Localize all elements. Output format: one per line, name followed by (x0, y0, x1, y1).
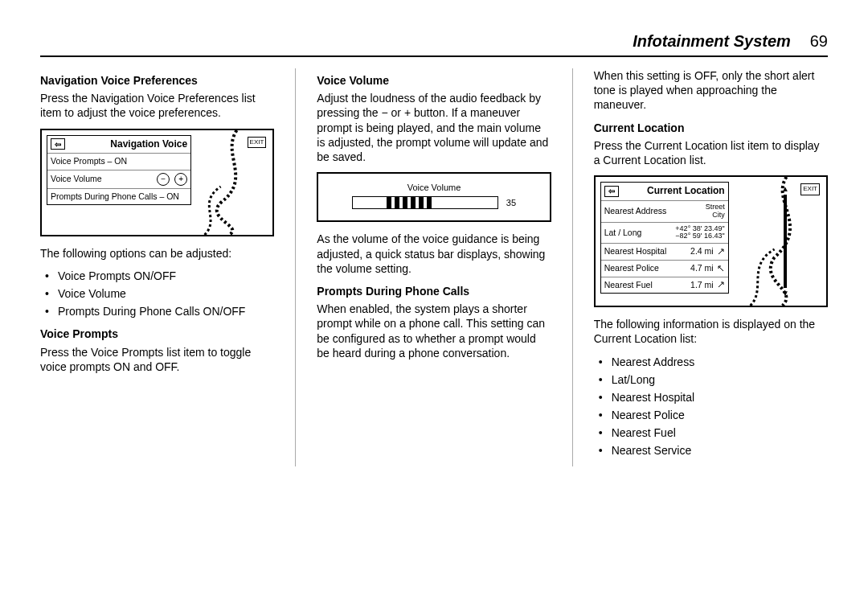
lat-long-row[interactable]: Lat / Long +42° 38' 23.49" −82° 59' 16.4… (601, 223, 728, 244)
body-text: The following options can be adjusted: (40, 246, 274, 261)
arrow-icon (717, 248, 725, 256)
scroll-slider[interactable]: ▲ ▼ (780, 185, 790, 298)
minus-button[interactable]: − (157, 173, 170, 186)
exit-button[interactable]: EXIT (248, 137, 267, 148)
nearest-hospital-row[interactable]: Nearest Hospital 2.4 mi (601, 244, 728, 261)
list-item: Nearest Hospital (594, 390, 828, 405)
body-text: The following information is displayed o… (594, 317, 828, 346)
column-divider (572, 68, 573, 466)
voice-volume-label: Voice Volume (51, 174, 102, 185)
body-text: Press the Current Location list item to … (594, 138, 828, 167)
row-value: +42° 38' 23.49" −82° 59' 16.43" (675, 225, 724, 241)
row-value: 2.4 mi (690, 246, 714, 257)
chevron-up-icon[interactable]: ▲ (781, 185, 789, 193)
divider (40, 55, 828, 57)
body-text: As the volume of the voice guidance is b… (317, 232, 551, 276)
body-text: Press the Navigation Voice Preferences l… (40, 91, 274, 120)
list-item: Prompts During Phone Calls ON/OFF (40, 304, 274, 318)
list-item: Voice Volume (40, 286, 274, 301)
content-columns: Navigation Voice Preferences Press the N… (40, 68, 828, 466)
volume-title: Voice Volume (330, 182, 538, 193)
column-divider (295, 68, 296, 466)
body-text: Press the Voice Prompts list item to tog… (40, 345, 274, 374)
options-list: Voice Prompts ON/OFF Voice Volume Prompt… (40, 269, 274, 319)
arrow-icon (717, 281, 725, 289)
panel-title-row: ⇦ Navigation Voice (47, 136, 190, 154)
plus-button[interactable]: + (174, 173, 187, 186)
list-item: Nearest Address (594, 355, 828, 369)
column-1: Navigation Voice Preferences Press the N… (40, 68, 274, 466)
body-text: Adjust the loudness of the audio feedbac… (317, 91, 551, 164)
row-value: Street City (706, 203, 725, 220)
heading-navigation-voice-preferences: Navigation Voice Preferences (40, 73, 274, 88)
volume-bar (352, 196, 498, 209)
figure-current-location: EXIT ▲ ▼ ⇦ Current Location Nearest Addr… (594, 175, 828, 307)
panel-current-location: ⇦ Current Location Nearest Address Stree… (600, 182, 729, 294)
panel-navigation-voice: ⇦ Navigation Voice Voice Prompts – ON Vo… (47, 135, 191, 206)
panel-title: Current Location (647, 185, 725, 198)
page-number: 69 (810, 32, 828, 50)
row-value: 1.7 mi (690, 280, 714, 291)
back-icon[interactable]: ⇦ (604, 186, 619, 197)
heading-voice-volume: Voice Volume (317, 73, 551, 88)
panel-title: Navigation Voice (110, 138, 187, 151)
list-item: Voice Prompts ON/OFF (40, 269, 274, 283)
row-label: Nearest Address (604, 206, 667, 217)
scroll-track (784, 195, 787, 288)
heading-current-location: Current Location (594, 121, 828, 135)
list-item: Nearest Police (594, 408, 828, 422)
voice-volume-row: Voice Volume − + (47, 170, 190, 189)
exit-button[interactable]: EXIT (800, 183, 820, 195)
section-title: Infotainment System (633, 32, 791, 50)
nearest-police-row[interactable]: Nearest Police 4.7 mi (601, 261, 728, 277)
list-item: Nearest Fuel (594, 425, 828, 440)
row-label: Nearest Fuel (604, 280, 653, 291)
heading-prompts-during-calls: Prompts During Phone Calls (317, 284, 551, 298)
figure-voice-volume: Voice Volume 35 (317, 172, 551, 222)
body-text: When enabled, the system plays a shorter… (317, 302, 551, 360)
column-2: Voice Volume Adjust the loudness of the … (317, 68, 551, 466)
location-info-list: Nearest Address Lat/Long Nearest Hospita… (594, 355, 828, 458)
list-item: Lat/Long (594, 372, 828, 387)
panel-title-row: ⇦ Current Location (601, 183, 728, 201)
nearest-address-row[interactable]: Nearest Address Street City (601, 201, 728, 223)
voice-prompts-label: Voice Prompts – ON (51, 156, 127, 167)
row-value: 4.7 mi (690, 263, 714, 274)
column-3: When this setting is OFF, only the short… (594, 68, 828, 466)
volume-value: 35 (506, 197, 516, 208)
page-header: Infotainment System 69 (40, 32, 828, 51)
voice-prompts-row[interactable]: Voice Prompts – ON (47, 154, 190, 170)
row-label: Nearest Hospital (604, 246, 667, 257)
back-icon[interactable]: ⇦ (51, 138, 65, 150)
row-label: Nearest Police (604, 263, 659, 274)
chevron-down-icon[interactable]: ▼ (781, 290, 789, 298)
prompts-during-calls-label: Prompts During Phone Calls – ON (51, 191, 179, 203)
body-text: When this setting is OFF, only the short… (594, 68, 828, 113)
list-item: Nearest Service (594, 443, 828, 458)
nearest-fuel-row[interactable]: Nearest Fuel 1.7 mi (601, 277, 728, 294)
row-label: Lat / Long (604, 228, 642, 239)
heading-voice-prompts: Voice Prompts (40, 327, 274, 341)
prompts-during-calls-row[interactable]: Prompts During Phone Calls – ON (47, 189, 190, 205)
arrow-icon (717, 265, 725, 273)
figure-navigation-voice: EXIT ⇦ Navigation Voice Voice Prompts – … (40, 129, 274, 236)
